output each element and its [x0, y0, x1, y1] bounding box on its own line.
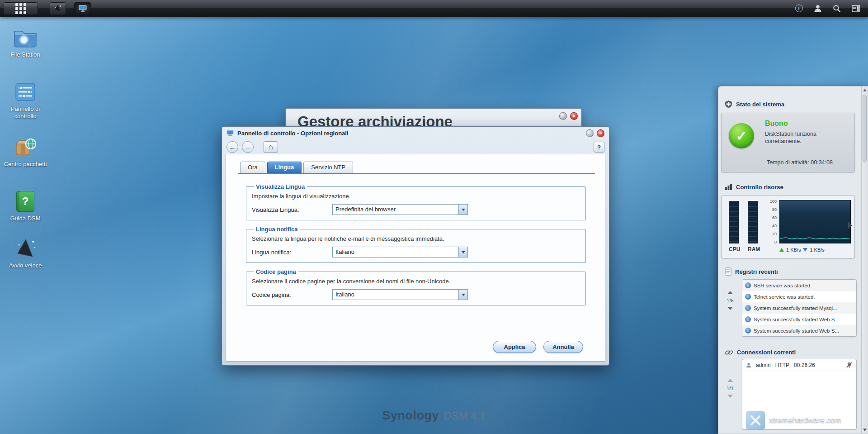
- select-value: Italiano: [333, 290, 458, 300]
- status-description: DiskStation funziona correttamente.: [765, 130, 850, 145]
- field-label: Codice pagina:: [252, 291, 332, 298]
- scroll-down-icon[interactable]: [863, 429, 867, 431]
- home-button[interactable]: ⌂: [264, 141, 278, 153]
- shield-icon: [725, 100, 732, 108]
- resource-next-page-arrow[interactable]: [848, 222, 852, 229]
- help-icon: ?: [597, 144, 601, 151]
- section-description: Impostare la lingua di visualizzazione.: [252, 193, 580, 200]
- back-arrow-icon: ←: [229, 143, 236, 151]
- recent-logs-widget: i SSH service was started. i Telnet serv…: [742, 279, 857, 337]
- tab-ora[interactable]: Ora: [240, 162, 265, 173]
- scale-tick: 0: [774, 240, 777, 244]
- logs-page-down-icon[interactable]: [727, 307, 733, 310]
- quick-launch-button[interactable]: [50, 2, 66, 15]
- log-row[interactable]: i System successfully started Web S...: [742, 314, 856, 325]
- desktop-icon-file-station[interactable]: File Station: [3, 25, 48, 58]
- quick-start-icon: [11, 236, 39, 261]
- status-uptime: Tempo di attività: 00:34:08: [767, 159, 833, 166]
- field-label: Visualizza Lingua:: [252, 206, 332, 213]
- download-rate: 1 KB/s: [810, 247, 824, 253]
- status-value: Buono: [765, 119, 788, 128]
- main-menu-grid-icon: [15, 3, 26, 14]
- quick-start-taskbar-icon: [53, 4, 62, 13]
- ram-gauge: RAM: [748, 201, 758, 253]
- widgets-scrollbar[interactable]: [861, 86, 868, 434]
- desktop-icon-label: Guida DSM: [10, 215, 40, 222]
- log-text: Telnet service was started.: [754, 294, 815, 300]
- close-button[interactable]: ✕: [570, 112, 578, 120]
- search-button[interactable]: [831, 3, 843, 14]
- cpu-label: CPU: [729, 246, 739, 253]
- close-button[interactable]: ✕: [597, 129, 604, 137]
- log-row[interactable]: i System successfully started Web S...: [742, 325, 856, 336]
- codepage-section: Codice pagina Selezionare il codice pagi…: [246, 268, 586, 305]
- window-title: Pannello di controllo - Opzioni regional…: [237, 130, 349, 137]
- connection-protocol: HTTP: [775, 362, 789, 368]
- log-document-icon: [725, 267, 731, 276]
- chevron-down-icon: [458, 205, 467, 215]
- system-status-widget: ✓ Buono DiskStation funziona correttamen…: [721, 113, 855, 172]
- section-description: Selezionare la lingua per le notifiche e…: [252, 235, 580, 242]
- scrollbar-thumb[interactable]: [863, 95, 867, 162]
- control-panel-window: Pannello di controllo - Opzioni regional…: [222, 126, 609, 366]
- dsm-watermark: Synology DSM 4.1: [382, 409, 486, 423]
- log-text: System successfully started Web S...: [754, 328, 839, 334]
- desktop-icon-control-panel[interactable]: Pannello di controllo: [3, 80, 48, 119]
- logs-page-up-icon[interactable]: [727, 291, 733, 294]
- connection-row[interactable]: admin HTTP 00:26:26: [742, 359, 856, 371]
- search-icon: [833, 5, 841, 13]
- log-row[interactable]: i Telnet service was started.: [742, 291, 856, 302]
- display-language-select[interactable]: Predefinita del browser: [332, 204, 468, 215]
- open-app-taskbar-button[interactable]: [74, 2, 91, 15]
- tab-lingua[interactable]: Lingua: [267, 162, 302, 173]
- desktop: Synology DSM 4.1 File Station: [0, 0, 868, 434]
- desktop-icon-dsm-help[interactable]: ? Guida DSM: [3, 189, 48, 222]
- section-legend: Codice pagina: [254, 268, 298, 275]
- log-row[interactable]: i System successfully started Mysql...: [742, 302, 856, 314]
- cancel-button[interactable]: Annulla: [543, 341, 583, 353]
- user-icon: [746, 362, 751, 368]
- apply-button[interactable]: Applica: [493, 341, 536, 353]
- notification-language-select[interactable]: Italiano: [332, 247, 468, 258]
- widget-title: Connessioni correnti: [737, 349, 796, 356]
- back-button[interactable]: ←: [226, 141, 238, 153]
- minimize-button[interactable]: [586, 129, 594, 137]
- tab-strip: Ora Lingua Servizio NTP: [240, 162, 355, 173]
- widgets-panel: Stato del sistema ✓ Buono DiskStation fu…: [718, 86, 868, 434]
- log-row[interactable]: i SSH service was started.: [742, 280, 856, 291]
- logs-page-indicator: 1/5: [726, 298, 733, 303]
- monitor-icon: [78, 5, 87, 13]
- connection-user: admin: [756, 362, 771, 368]
- chevron-down-icon: [458, 290, 467, 300]
- user-button[interactable]: [812, 3, 824, 14]
- tab-servizio-ntp[interactable]: Servizio NTP: [303, 162, 353, 173]
- link-icon: [725, 349, 733, 356]
- info-button[interactable]: i: [793, 3, 805, 14]
- forward-button[interactable]: →: [242, 141, 254, 153]
- cpu-gauge: CPU: [729, 201, 739, 253]
- display-language-section: Visualizza Lingua Impostare la lingua di…: [246, 183, 586, 220]
- main-menu-button[interactable]: [4, 2, 38, 15]
- widgets-toggle-button[interactable]: [850, 3, 862, 14]
- info-icon: i: [745, 305, 751, 311]
- codepage-select[interactable]: Italiano: [332, 289, 468, 300]
- minimize-button[interactable]: [559, 112, 567, 120]
- help-button[interactable]: ?: [594, 142, 604, 153]
- scale-tick: 40: [772, 224, 777, 228]
- dsm-version-text: DSM 4.1: [443, 410, 486, 422]
- desktop-icon-package-center[interactable]: Centro pacchetti: [3, 135, 48, 168]
- window-titlebar[interactable]: Pannello di controllo - Opzioni regional…: [222, 127, 609, 139]
- connections-page-down-icon[interactable]: [727, 395, 733, 398]
- scroll-up-icon[interactable]: [863, 89, 867, 91]
- log-text: System successfully started Web S...: [754, 317, 839, 322]
- info-icon: i: [745, 294, 751, 300]
- widgets-panel-icon: [852, 5, 860, 12]
- desktop-icon-label: File Station: [10, 51, 40, 58]
- desktop-icon-quick-start[interactable]: Avvio veloce: [3, 236, 48, 269]
- upload-arrow-icon: [779, 248, 784, 252]
- info-icon: i: [745, 316, 751, 322]
- connections-page-indicator: 1/1: [726, 386, 733, 391]
- connections-page-up-icon[interactable]: [727, 379, 733, 382]
- close-icon: ✕: [572, 114, 576, 119]
- disconnect-icon[interactable]: [846, 362, 853, 368]
